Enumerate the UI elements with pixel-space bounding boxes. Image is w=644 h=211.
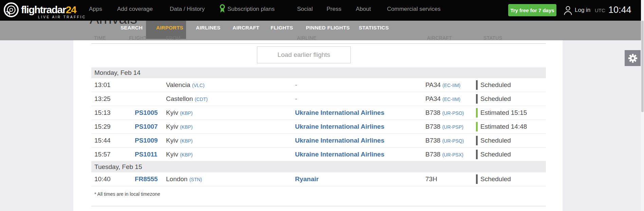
flight-number-link[interactable]: PS1009	[135, 137, 158, 144]
cell-airline-empty: -	[295, 81, 297, 89]
cell-time: 15:57	[94, 151, 111, 158]
registration-link[interactable]: (EC-IIM)	[442, 97, 460, 102]
nav-item-commercial-services[interactable]: Commercial services	[387, 6, 441, 13]
tab-flights[interactable]: FLIGHTS	[271, 25, 293, 30]
cell-airline-empty: -	[295, 95, 297, 103]
tab-aircraft[interactable]: AIRCRAFT	[233, 25, 259, 30]
origin-airport-code-link[interactable]: (KBP)	[180, 138, 192, 144]
origin-airport-code-link[interactable]: (CDT)	[195, 97, 208, 102]
registration-link[interactable]: (UR-PSX)	[442, 152, 463, 157]
origin-airport-code-link[interactable]: (KBP)	[180, 124, 192, 130]
cell-aircraft: PA34 (EC-IIM)	[425, 81, 460, 89]
cell-status: Scheduled	[480, 151, 511, 158]
tab-pinned-flights[interactable]: PINNED FLIGHTS	[306, 25, 350, 30]
cell-status: Scheduled	[480, 95, 511, 103]
airline-link[interactable]: Ukraine International Airlines	[295, 151, 384, 158]
user-icon	[564, 5, 572, 15]
nav-item-social[interactable]: Social	[297, 6, 313, 13]
date-separator: Monday, Feb 14	[91, 67, 546, 78]
table-bottom-divider	[91, 206, 546, 206]
status-indicator	[476, 80, 478, 90]
utc-clock: 10:44	[608, 5, 631, 15]
airline-link[interactable]: Ryanair	[295, 175, 319, 183]
cell-from: Castellon (CDT)	[166, 95, 208, 103]
nav-item-apps[interactable]: Apps	[89, 6, 102, 13]
registration-link[interactable]: (UR-PSP)	[442, 124, 463, 130]
radar-icon: ✈	[3, 2, 19, 18]
utc-label: UTC	[595, 7, 605, 13]
nav-item-press[interactable]: Press	[327, 6, 341, 13]
origin-airport-code-link[interactable]: (STN)	[189, 177, 202, 182]
settings-button[interactable]	[625, 50, 641, 66]
column-header-status: STATUS	[483, 35, 502, 41]
table-row: 13:25Castellon (CDT)-PA34 (EC-IIM)Schedu…	[91, 92, 546, 106]
column-header-flight: FLIGHT	[129, 35, 147, 41]
status-indicator	[476, 174, 478, 184]
nav-item-about[interactable]: About	[356, 6, 371, 13]
cell-aircraft: B738 (UR-PSP)	[425, 123, 463, 130]
cell-aircraft: B738 (UR-PSO)	[425, 109, 464, 117]
nav-item-subscription-plans[interactable]: Subscription plans	[227, 6, 275, 13]
cell-time: 15:29	[94, 123, 111, 130]
tab-statistics[interactable]: STATISTICS	[359, 25, 389, 30]
vertical-scrollbar[interactable]	[641, 0, 644, 211]
cell-aircraft: PA34 (EC-IIM)	[425, 95, 460, 103]
table-row: 13:01Valencia (VLC)-PA34 (EC-IIM)Schedul…	[91, 78, 546, 92]
table-row: 10:40FR8555London (STN)Ryanair73HSchedul…	[91, 172, 546, 186]
table-row: 15:44PS1009Kyiv (KBP)Ukraine Internation…	[91, 134, 546, 148]
status-indicator	[476, 122, 478, 131]
cell-from: London (STN)	[166, 175, 202, 183]
status-indicator	[476, 108, 478, 118]
status-indicator	[476, 94, 478, 104]
airline-link[interactable]: Ukraine International Airlines	[295, 109, 384, 117]
brand-tagline: LIVE AIR TRAFFIC	[38, 15, 86, 19]
flight-number-link[interactable]: PS1011	[135, 151, 158, 158]
cell-time: 15:13	[94, 109, 111, 117]
airline-link[interactable]: Ukraine International Airlines	[295, 123, 384, 130]
status-indicator	[476, 150, 478, 159]
tab-airlines[interactable]: AIRLINES	[196, 25, 220, 30]
status-indicator	[476, 136, 478, 145]
airline-link[interactable]: Ukraine International Airlines	[295, 137, 384, 144]
cell-status: Scheduled	[480, 175, 511, 183]
arrivals-content: Load earlier flights Monday, Feb 1413:01…	[73, 40, 563, 211]
origin-airport-code-link[interactable]: (KBP)	[180, 152, 192, 157]
nav-item-data-history[interactable]: Data / History	[170, 6, 205, 13]
scrollbar-thumb[interactable]	[641, 21, 644, 112]
registration-link[interactable]: (UR-PSO)	[442, 110, 464, 116]
subscription-ribbon-icon	[219, 4, 226, 13]
flight-number-link[interactable]: PS1007	[135, 123, 158, 130]
cell-status: Scheduled	[480, 81, 511, 89]
registration-link[interactable]: (UR-PSQ)	[442, 138, 464, 144]
cell-aircraft: 73H	[425, 175, 437, 183]
cell-time: 13:01	[94, 81, 111, 89]
cell-status: Estimated 14:48	[480, 123, 527, 130]
tab-airports[interactable]: AIRPORTS	[156, 25, 183, 30]
cell-from: Kyiv (KBP)	[166, 123, 193, 130]
cell-from: Valencia (VLC)	[166, 81, 204, 89]
cell-from: Kyiv (KBP)	[166, 137, 193, 144]
cell-time: 10:40	[94, 175, 111, 183]
registration-link[interactable]: (EC-IIM)	[442, 83, 460, 88]
gear-icon	[628, 53, 638, 63]
flight-number-link[interactable]: FR8555	[135, 175, 158, 183]
cell-from: Kyiv (KBP)	[166, 109, 193, 117]
header-divider	[91, 43, 546, 44]
log-in-link[interactable]: Log in	[575, 7, 590, 14]
arrivals-table: Monday, Feb 1413:01Valencia (VLC)-PA34 (…	[91, 67, 546, 186]
cell-aircraft: B738 (UR-PSX)	[425, 151, 463, 158]
date-separator: Tuesday, Feb 15	[91, 162, 546, 172]
timezone-footnote: * All times are in local timezone	[94, 191, 160, 197]
try-free-button[interactable]: Try free for 7 days	[508, 4, 556, 16]
column-header-time: TIME	[94, 35, 106, 41]
nav-item-add-coverage[interactable]: Add coverage	[117, 6, 153, 13]
cell-from: Kyiv (KBP)	[166, 151, 193, 158]
origin-airport-code-link[interactable]: (VLC)	[192, 83, 205, 88]
cell-time: 15:44	[94, 137, 111, 144]
cell-status: Estimated 15:15	[480, 109, 527, 117]
origin-airport-code-link[interactable]: (KBP)	[180, 110, 192, 116]
column-header-from: FROM	[166, 35, 181, 41]
flight-number-link[interactable]: PS1005	[135, 109, 158, 117]
load-earlier-flights-button[interactable]: Load earlier flights	[257, 46, 351, 63]
column-header-aircraft: AIRCRAFT	[427, 35, 452, 41]
